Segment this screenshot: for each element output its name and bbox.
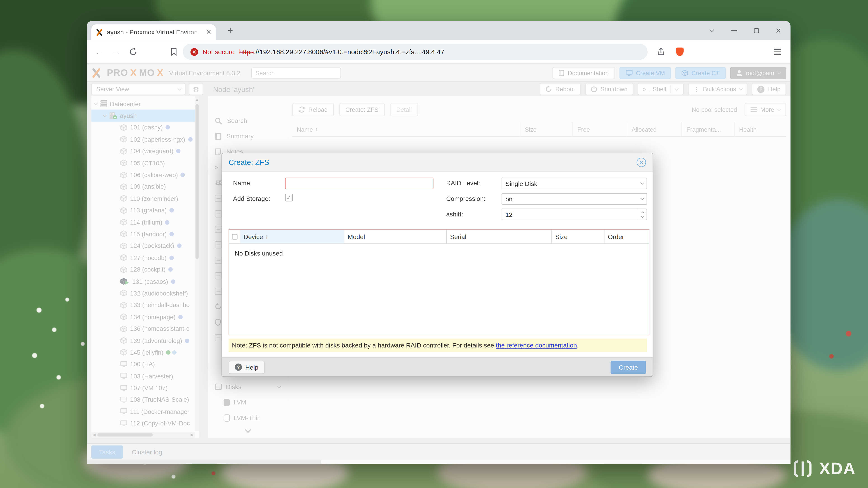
add-storage-checkbox[interactable]: ✓ <box>285 194 293 201</box>
menu-item-lvm-thin[interactable]: LVM-Thin <box>208 410 288 426</box>
column-header-health[interactable]: Health <box>735 122 785 136</box>
tree-settings-button[interactable]: ⚙ <box>189 83 203 95</box>
column-header-name[interactable]: Name↑ <box>292 122 520 136</box>
dialog-close-icon[interactable]: ✕ <box>637 158 646 167</box>
tree-item[interactable]: 102 (paperless-ngx) <box>91 133 195 145</box>
tree-item[interactable]: 132 (audiobookshelf) <box>91 287 195 299</box>
menu-scroll-down-icon[interactable] <box>245 427 251 433</box>
column-header-fragmentation[interactable]: Fragmenta... <box>682 122 735 136</box>
more-button[interactable]: More <box>745 103 786 116</box>
tree-item[interactable]: 107 (VM 107) <box>91 382 195 394</box>
ashift-stepper[interactable]: 12 <box>502 208 647 220</box>
new-tab-button[interactable]: + <box>223 24 238 38</box>
tree-item[interactable]: 111 (Docker-manager <box>91 405 195 417</box>
chevron-down-icon[interactable] <box>675 87 679 90</box>
tab-search-chevron-icon[interactable] <box>704 21 720 40</box>
user-menu-button[interactable]: root@pam <box>730 67 786 79</box>
pve-search-input[interactable] <box>252 67 341 78</box>
tree-item[interactable]: 108 (TrueNAS-Scale) <box>91 394 195 405</box>
scroll-right-icon[interactable]: ▶ <box>189 433 195 437</box>
reboot-button[interactable]: Reboot <box>540 83 581 95</box>
menu-item-disks[interactable]: Disks <box>208 379 288 395</box>
column-header-allocated[interactable]: Allocated <box>627 122 682 136</box>
column-header-size[interactable]: Size <box>520 122 573 136</box>
menu-item-lvm[interactable]: LVM <box>208 394 288 410</box>
menu-item-summary[interactable]: Summary <box>208 128 288 144</box>
tree-item[interactable]: 133 (heimdall-dashbo <box>91 299 195 311</box>
tree-item[interactable]: 104 (wireguard) <box>91 145 195 157</box>
menu-item-search[interactable]: Search <box>208 113 288 129</box>
detail-button[interactable]: Detail <box>390 103 418 116</box>
collapse-chevron-icon[interactable] <box>277 384 281 388</box>
tasks-button[interactable]: Tasks <box>91 445 123 458</box>
create-vm-button[interactable]: Create VM <box>619 67 671 79</box>
tree-item[interactable]: 105 (CT105) <box>91 157 195 169</box>
scrollbar-thumb[interactable] <box>195 104 199 259</box>
tree-item[interactable]: 131 (casaos) <box>91 275 195 287</box>
not-secure-label[interactable]: Not secure <box>203 48 235 56</box>
tree-horizontal-scrollbar[interactable]: ◀ ▶ <box>91 432 195 437</box>
raid-level-select[interactable]: Single Disk <box>502 177 647 189</box>
window-close-button[interactable]: ✕ <box>771 21 786 40</box>
tree-item[interactable]: 139 (adventurelog) <box>91 335 195 346</box>
back-button[interactable]: ← <box>91 40 108 64</box>
tree-item[interactable]: 114 (trilium) <box>91 216 195 228</box>
reload-button[interactable] <box>125 40 141 64</box>
stepper-buttons[interactable] <box>638 209 647 220</box>
browser-tab[interactable]: ayush - Proxmox Virtual Environ ✕ <box>91 24 216 40</box>
compression-select[interactable]: on <box>502 193 647 205</box>
share-button[interactable] <box>653 40 669 64</box>
dialog-help-button[interactable]: ? Help <box>228 361 264 374</box>
tree-item[interactable]: 112 (Copy-of-VM-Doc <box>91 418 195 429</box>
cluster-log-button[interactable]: Cluster log <box>132 449 162 455</box>
address-bar[interactable]: ✕ Not secure https://192.168.29.227:8006… <box>183 43 648 60</box>
scrollbar-thumb[interactable] <box>97 433 153 437</box>
tree-item[interactable]: 106 (calibre-web) <box>91 169 195 181</box>
brave-shields-button[interactable] <box>672 40 688 64</box>
column-header-model[interactable]: Model <box>344 230 447 243</box>
expand-chevron-icon[interactable] <box>103 113 107 117</box>
tree-item-datacenter[interactable]: Datacenter <box>91 98 195 109</box>
name-input[interactable] <box>285 177 433 189</box>
create-ct-button[interactable]: Create CT <box>675 67 725 79</box>
tree-item[interactable]: 109 (ansible) <box>91 181 195 193</box>
tab-close-icon[interactable]: ✕ <box>206 28 212 36</box>
tree-item-node-ayush[interactable]: ayush <box>91 110 195 122</box>
tree-item[interactable]: 113 (grafana) <box>91 204 195 216</box>
shell-button[interactable]: >_ Shell <box>638 83 684 95</box>
documentation-button[interactable]: Documentation <box>552 67 615 79</box>
tree-item[interactable]: 128 (cockpit) <box>91 264 195 275</box>
tree-item[interactable]: 101 (dashy) <box>91 122 195 133</box>
tree-item[interactable]: 103 (Harvester) <box>91 370 195 382</box>
tree-item[interactable]: 110 (zoneminder) <box>91 193 195 204</box>
column-header-order[interactable]: Order <box>604 230 649 243</box>
expand-chevron-icon[interactable] <box>94 101 98 105</box>
tree-item[interactable]: 115 (tandoor) <box>91 228 195 240</box>
url-text[interactable]: https://192.168.29.227:8006/#v1:0:=node%… <box>239 48 444 56</box>
window-maximize-button[interactable] <box>748 21 764 40</box>
forward-button[interactable]: → <box>108 40 125 64</box>
view-selector[interactable]: Server View <box>91 83 185 95</box>
bulk-actions-button[interactable]: ⋮ Bulk Actions <box>688 83 747 95</box>
reload-button[interactable]: Reload <box>292 103 334 116</box>
dialog-create-button[interactable]: Create <box>611 361 646 374</box>
create-zfs-button[interactable]: Create: ZFS <box>339 103 385 116</box>
bookmark-icon[interactable] <box>165 40 182 64</box>
column-header-serial[interactable]: Serial <box>447 230 552 243</box>
tree-vertical-scrollbar[interactable]: ▲ <box>195 96 199 431</box>
column-header-device[interactable]: Device↑ <box>240 230 344 243</box>
column-header-size[interactable]: Size <box>552 230 604 243</box>
column-header-free[interactable]: Free <box>573 122 627 136</box>
help-button[interactable]: ? Help <box>752 83 786 95</box>
browser-menu-button[interactable] <box>769 40 785 64</box>
tree-item[interactable]: 134 (homepage) <box>91 311 195 323</box>
reference-documentation-link[interactable]: the reference documentation <box>496 342 577 348</box>
tree-item[interactable]: 127 (nocodb) <box>91 252 195 263</box>
shutdown-button[interactable]: Shutdown <box>585 83 633 95</box>
tree-item[interactable]: 124 (bookstack) <box>91 240 195 252</box>
tree-item[interactable]: 145 (jellyfin) <box>91 347 195 358</box>
dialog-titlebar[interactable]: Create: ZFS ✕ <box>222 153 653 172</box>
scroll-up-icon[interactable]: ▲ <box>195 96 199 102</box>
tree-item[interactable]: 136 (homeassistant-c <box>91 323 195 335</box>
window-minimize-button[interactable] <box>726 21 742 40</box>
